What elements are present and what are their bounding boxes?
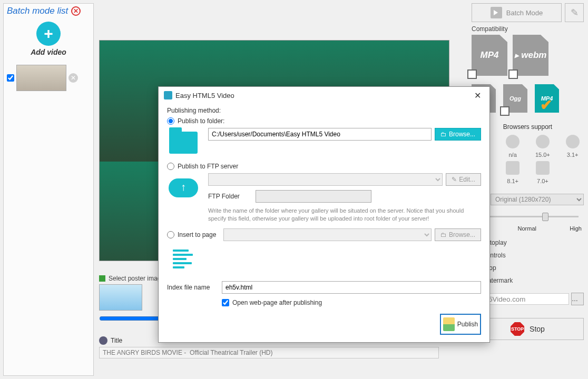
- browser-version: 8.1+: [502, 178, 524, 184]
- firefox-icon: [506, 135, 520, 148]
- folder-small-icon: 🗀: [440, 231, 447, 238]
- ftp-edit-button[interactable]: ✎ Edit...: [446, 173, 481, 186]
- title-label: Title: [111, 337, 122, 344]
- ftp-folder-input[interactable]: [256, 190, 371, 203]
- dialog-close-button[interactable]: ✕: [471, 91, 484, 101]
- add-video-label: Add video: [6, 48, 91, 56]
- publish-dialog: Easy HTML5 Video ✕ Publishing method: Pu…: [158, 86, 490, 343]
- windows-icon: [506, 161, 520, 175]
- format-webm[interactable]: ▶ webm: [513, 35, 548, 76]
- resolution-select[interactable]: Original (1280x720): [491, 194, 584, 205]
- ftp-server-select[interactable]: [208, 173, 443, 186]
- format-mp4-checkbox[interactable]: [467, 69, 477, 79]
- poster-thumbnail[interactable]: [99, 284, 142, 311]
- batch-mode-button[interactable]: Batch Mode: [472, 3, 562, 22]
- format-mp4[interactable]: MP4: [472, 35, 507, 76]
- stop-label: Stop: [530, 325, 545, 333]
- customize-button[interactable]: ✎: [565, 3, 584, 22]
- page-lines-icon: [173, 250, 194, 268]
- add-video-button[interactable]: +: [36, 22, 61, 46]
- batch-item-checkbox[interactable]: [7, 74, 14, 82]
- stop-icon: STOP: [511, 322, 524, 336]
- title-icon: [99, 336, 107, 345]
- publish-icon: [443, 317, 455, 331]
- folder-icon: [169, 132, 198, 154]
- batch-item-remove-icon[interactable]: ✕: [68, 73, 78, 83]
- batch-item[interactable]: ✕: [4, 62, 93, 94]
- quality-normal-label: Normal: [518, 225, 536, 232]
- insert-page-select[interactable]: [223, 228, 432, 241]
- safari-icon: [566, 135, 580, 148]
- blackberry-icon: [536, 161, 550, 175]
- batch-list-title: Batch mode list: [7, 6, 68, 16]
- publishing-method-label: Publishing method:: [167, 107, 481, 114]
- batch-mode-label: Batch Mode: [506, 9, 543, 17]
- dialog-title: Easy HTML5 Video: [175, 92, 234, 99]
- ftp-folder-label: FTP Folder: [208, 193, 250, 200]
- folder-small-icon: 🗀: [440, 131, 447, 138]
- watermark-browse-button[interactable]: …: [571, 293, 584, 305]
- cloud-upload-icon: [169, 178, 198, 197]
- title-input[interactable]: [99, 347, 439, 358]
- publish-to-folder-radio[interactable]: Publish to folder:: [167, 117, 481, 125]
- format-webm-checkbox[interactable]: [508, 69, 518, 79]
- batch-item-thumbnail[interactable]: [16, 65, 66, 91]
- browse-folder-button[interactable]: 🗀 Browse...: [435, 128, 481, 141]
- ftp-help-text: Write the name of the folder where your …: [208, 207, 466, 223]
- dialog-titlebar[interactable]: Easy HTML5 Video ✕: [159, 87, 489, 104]
- app-icon: [164, 91, 172, 99]
- publish-to-ftp-radio[interactable]: Publish to FTP server: [167, 163, 481, 170]
- play-icon: [491, 7, 502, 18]
- brush-icon: ✎: [571, 7, 579, 18]
- mp4-icon: MP4: [472, 35, 507, 76]
- index-file-label: Index file name: [167, 284, 214, 291]
- format-ogg-checkbox[interactable]: [500, 106, 509, 116]
- format-ogg[interactable]: Ogg: [503, 84, 527, 113]
- check-icon: ✔: [540, 96, 552, 114]
- compatibility-label: Compatibility: [472, 25, 584, 33]
- publish-button[interactable]: Publish: [440, 314, 481, 335]
- pencil-icon: ✎: [452, 176, 457, 183]
- opera-icon: [536, 135, 550, 148]
- close-batch-list-icon[interactable]: ✕: [71, 6, 81, 16]
- browser-version: 7.0+: [532, 178, 554, 184]
- format-mp4-low[interactable]: MP4 ✔: [535, 84, 559, 113]
- open-after-publish-checkbox[interactable]: Open web-page after publishing: [222, 299, 481, 306]
- quality-high-label: High: [570, 225, 582, 232]
- folder-path-input[interactable]: [208, 128, 432, 141]
- poster-label: Select poster image: [109, 275, 164, 282]
- browser-version: n/a: [502, 152, 524, 158]
- insert-to-page-radio[interactable]: Insert to page 🗀 Browse...: [167, 228, 481, 241]
- index-file-input[interactable]: [222, 281, 481, 294]
- insert-browse-button[interactable]: 🗀 Browse...: [435, 228, 481, 241]
- browser-version: 3.1+: [561, 152, 584, 158]
- poster-marker-icon: [99, 275, 105, 282]
- webm-icon: ▶ webm: [513, 35, 548, 76]
- browser-version: 15.0+: [532, 152, 554, 158]
- batch-list-panel: Batch mode list ✕ + Add video ✕: [3, 3, 94, 376]
